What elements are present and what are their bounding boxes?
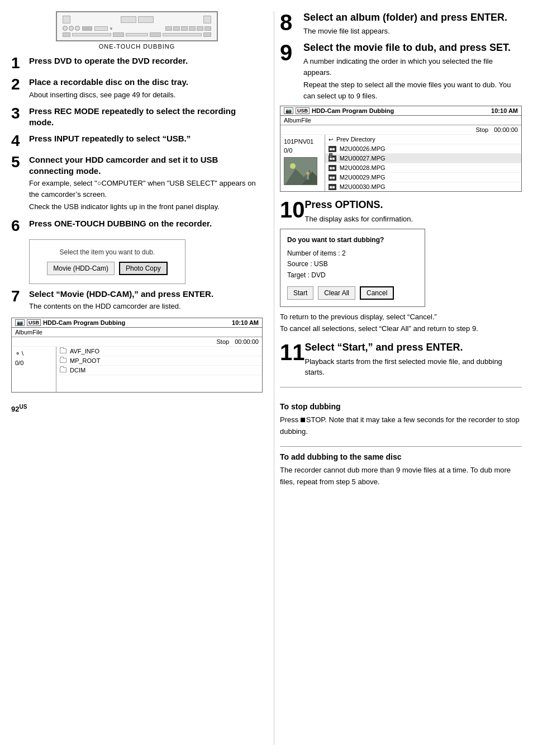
step-11: 11 Select “Start,” and press ENTER. Play… — [280, 341, 522, 377]
time-display: 00:00:00 — [235, 338, 259, 345]
file-m2u00027: 2 ■■ M2U00027.MPG — [325, 154, 521, 163]
file-m2u00028: ■■ M2U00028.MPG — [325, 163, 521, 173]
step-4-number: 4 — [11, 133, 29, 149]
step-2-number: 2 — [11, 77, 29, 92]
step-6-title: Press ONE-TOUCH DUBBING on the recorder. — [29, 218, 263, 229]
step-1-title: Press DVD to operate the DVD recorder. — [29, 55, 263, 67]
step-3: 3 Press REC MODE repeatedly to select th… — [11, 106, 263, 127]
file-label-27: M2U00027.MPG — [340, 155, 386, 162]
confirm-buttons: Start Clear All Cancel — [287, 286, 418, 300]
step-5-title: Connect your HDD camcorder and set it to… — [29, 154, 263, 176]
stop-icon — [301, 418, 305, 422]
dubbing-table-step9: 📷 USB HDD-Cam Program Dubbing 10:10 AM A… — [280, 106, 522, 192]
col-album-2: Album — [284, 117, 301, 124]
col-file: File — [32, 329, 42, 336]
step-10-desc: The display asks for confirmation. — [305, 214, 522, 225]
confirm-title: Do you want to start dubbing? — [287, 236, 418, 244]
to-stop-dubbing-heading: To stop dubbing — [280, 402, 522, 411]
album-101pnv01: 101PNV01 — [284, 137, 321, 146]
folder-icon-1: ⚬ — [15, 350, 20, 357]
step-3-title: Press REC MODE repeatedly to select the … — [29, 106, 263, 127]
step-5-desc-1: For example, select "○COMPUTER" when "US… — [29, 178, 263, 200]
cam-icon-2: 📷 — [284, 107, 293, 114]
usb-icon: USB — [27, 319, 41, 326]
step-7-desc: The contents on the HDD camcorder are li… — [29, 301, 263, 312]
confirm-start-button[interactable]: Start — [287, 286, 313, 300]
step-6: 6 Press ONE-TOUCH DUBBING on the recorde… — [11, 218, 263, 234]
step-11-desc: Playback starts from the first selected … — [305, 356, 522, 378]
step-4: 4 Press INPUT repeatedly to select “USB.… — [11, 133, 263, 149]
step-5-desc-2: Check the USB indicator lights up in the… — [29, 201, 263, 212]
to-stop-dubbing-text: Press STOP. Note that it may take a few … — [280, 414, 522, 438]
to-stop-dubbing-section: To stop dubbing Press STOP. Note that it… — [280, 396, 522, 438]
file-label-30: M2U00030.MPG — [340, 183, 386, 190]
clearall-note: To cancel all selections, select “Clear … — [280, 323, 522, 335]
confirm-dialog: Do you want to start dubbing? Number of … — [280, 229, 425, 307]
stop-label-2: Stop — [476, 126, 489, 133]
step-7-title: Select “Movie (HDD-CAM),” and press ENTE… — [29, 289, 263, 300]
usb-icon-2: USB — [296, 107, 310, 114]
step-9: 9 Select the movie file to dub, and pres… — [280, 41, 522, 101]
svg-point-4 — [306, 172, 310, 175]
folder-label-back: \ — [22, 350, 23, 357]
step-7: 7 Select “Movie (HDD-CAM),” and press EN… — [11, 289, 263, 312]
step-11-title: Select “Start,” and press ENTER. — [305, 341, 522, 354]
folder-icon-dcim — [60, 367, 66, 372]
thumbnail-svg — [284, 158, 317, 185]
step-2-desc: About inserting discs, see page 49 for d… — [29, 89, 263, 101]
folder-icon-avf — [60, 348, 66, 353]
step-5-number: 5 — [11, 154, 29, 170]
col-album: Album — [15, 329, 32, 336]
device-diagram: ONE-TOUCH DUBBING — [56, 11, 218, 50]
file-mp-root: MP_ROOT — [70, 357, 100, 364]
to-add-dubbing-section: To add dubbing to the same disc The reco… — [280, 446, 522, 488]
cam-icon: 📷 — [15, 319, 25, 326]
step-7-number: 7 — [11, 289, 29, 304]
step-8-number: 8 — [280, 11, 303, 34]
step-8-desc: The movie file list appears. — [303, 26, 522, 37]
step-8: 8 Select an album (folder) and press ENT… — [280, 11, 522, 37]
to-add-dubbing-heading: To add dubbing to the same disc — [280, 452, 522, 461]
dubbing-table-step9-time: 10:10 AM — [491, 107, 518, 114]
step-2-title: Place a recordable disc on the disc tray… — [29, 77, 263, 88]
confirm-cancel-button[interactable]: Cancel — [360, 286, 394, 300]
file-m2u00029: ■■ M2U00029.MPG — [325, 173, 521, 182]
step-9-desc-1: A number indicating the order in which y… — [303, 56, 522, 78]
step-1-number: 1 — [11, 55, 29, 71]
dubbing-table-step7: 📷 USB HDD-Cam Program Dubbing 10:10 AM A… — [11, 318, 263, 393]
confirm-info-line-2: Source : USB — [287, 259, 418, 270]
page-number: 92US — [11, 404, 263, 413]
step-10-notes: To return to the previous display, selec… — [280, 311, 522, 335]
step-10-title: Press OPTIONS. — [305, 199, 522, 211]
step-3-number: 3 — [11, 106, 29, 121]
step-1: 1 Press DVD to operate the DVD recorder. — [11, 55, 263, 71]
confirm-info-line-1: Number of items : 2 — [287, 248, 418, 259]
file-label-26: M2U00026.MPG — [340, 145, 386, 152]
step-4-title: Press INPUT repeatedly to select “USB.” — [29, 133, 263, 144]
to-add-dubbing-desc: The recorder cannot dub more than 9 movi… — [280, 465, 522, 488]
file-m2u00026: ■■ M2U00026.MPG — [325, 144, 521, 154]
time-display-2: 00:00:00 — [494, 126, 518, 133]
step-2: 2 Place a recordable disc on the disc tr… — [11, 77, 263, 100]
dubbing-table-step7-title: HDD-Cam Program Dubbing — [43, 319, 125, 326]
screen-step6-buttons: Movie (HDD-Cam) Photo Copy — [47, 262, 167, 275]
step-10-number: 10 — [280, 199, 305, 221]
step-9-number: 9 — [280, 41, 303, 64]
confirm-clear-all-button[interactable]: Clear All — [318, 286, 355, 300]
dubbing-table-step7-time: 10:10 AM — [232, 319, 259, 326]
confirm-info-line-3: Target : DVD — [287, 270, 418, 281]
step-9-desc-2: Repeat the step to select all the movie … — [303, 79, 522, 101]
svg-rect-5 — [307, 175, 309, 179]
album-count: 0/0 — [15, 358, 53, 367]
photo-copy-button[interactable]: Photo Copy — [119, 262, 168, 275]
file-label-28: M2U00028.MPG — [340, 164, 386, 171]
step-6-screen: Select the item you want to dub. Movie (… — [29, 239, 185, 284]
album-count-2: 0/0 — [284, 146, 321, 155]
cancel-note: To return to the previous display, selec… — [280, 311, 522, 323]
movie-hdd-cam-button[interactable]: Movie (HDD-Cam) — [47, 262, 115, 275]
svg-point-3 — [290, 163, 296, 169]
file-avf-info: AVF_INFO — [70, 348, 99, 355]
screen-step6-text: Select the item you want to dub. — [60, 248, 155, 256]
stop-label: Stop — [217, 338, 230, 345]
device-label: ONE-TOUCH DUBBING — [56, 43, 218, 50]
